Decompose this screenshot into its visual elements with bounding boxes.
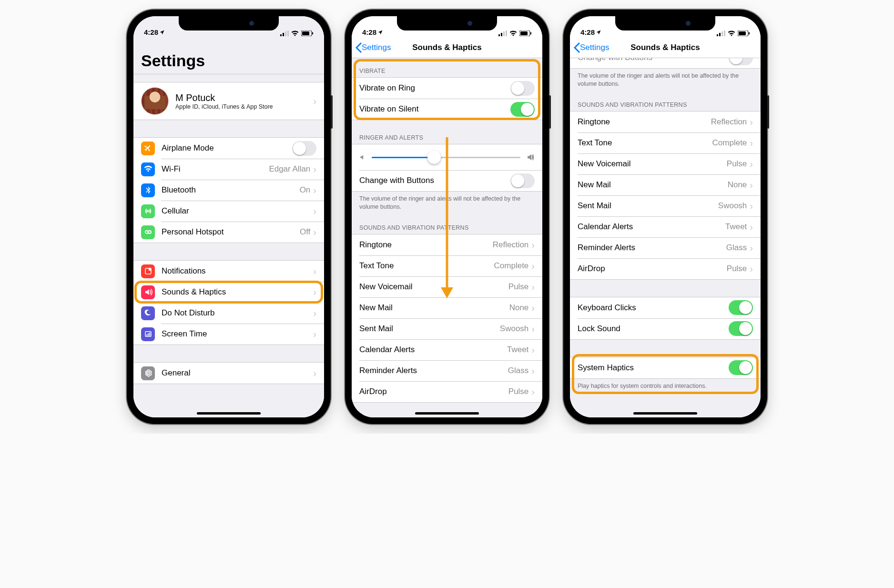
notch (179, 16, 279, 30)
toggle-system-haptics[interactable] (729, 360, 753, 375)
wifi-icon (291, 30, 299, 36)
screen-sounds-bottom: 4:28 Settings Sounds & Haptics Change wi… (570, 16, 761, 417)
chevron-right-icon: › (750, 201, 753, 211)
chevron-right-icon: › (750, 222, 753, 232)
hotspot-icon (141, 225, 155, 239)
row-label: Change with Buttons (578, 58, 729, 62)
row-label: New Mail (578, 180, 728, 190)
row-label: System Haptics (578, 363, 729, 373)
row-calendar-alerts[interactable]: Calendar AlertsTweet› (352, 339, 542, 360)
svg-rect-14 (148, 334, 149, 336)
row-label: Ringtone (359, 240, 493, 250)
row-new-voicemail[interactable]: New VoicemailPulse› (570, 153, 761, 174)
svg-rect-13 (146, 335, 147, 336)
row-detail: Glass (508, 366, 528, 375)
scroll-arrow (440, 137, 454, 299)
section-footer-haptics: Play haptics for system controls and int… (570, 379, 761, 394)
change-with-buttons-row-cut[interactable]: Change with Buttons (570, 58, 761, 68)
chevron-right-icon: › (313, 329, 316, 339)
location-arrow-icon (377, 30, 383, 35)
group-profile: M Potuck Apple ID, iCloud, iTunes & App … (133, 82, 324, 120)
status-time: 4:28 (362, 28, 376, 36)
row-notifications[interactable]: Notifications› (133, 261, 324, 282)
back-label: Settings (362, 43, 391, 52)
row-sounds-haptics[interactable]: Sounds & Haptics› (133, 282, 324, 303)
svg-rect-17 (498, 34, 500, 36)
toggle[interactable] (729, 321, 753, 336)
battery-icon (301, 30, 314, 36)
row-calendar-alerts[interactable]: Calendar AlertsTweet› (570, 216, 761, 237)
row-text-tone[interactable]: Text ToneComplete› (570, 132, 761, 153)
row-label: Ringtone (578, 117, 711, 127)
row-detail: Complete (712, 138, 747, 148)
toggle[interactable] (292, 141, 316, 156)
section-header-vibrate: VIBRATE (352, 58, 542, 77)
row-wi-fi[interactable]: Wi-FiEdgar Allan› (133, 159, 324, 180)
home-indicator[interactable] (633, 412, 697, 415)
svg-rect-28 (724, 30, 725, 36)
svg-rect-26 (719, 33, 721, 36)
row-detail: None (728, 180, 747, 190)
row-personal-hotspot[interactable]: Personal HotspotOff› (133, 222, 324, 243)
back-button[interactable]: Settings (356, 42, 391, 53)
toggle-change-with-buttons[interactable] (729, 58, 753, 65)
row-lock-sound[interactable]: Lock Sound (570, 318, 761, 339)
screen-settings-root: 4:28 Settings M Potuck Apple ID, iCl (133, 16, 324, 417)
row-new-mail[interactable]: New MailNone› (352, 297, 542, 318)
row-new-mail[interactable]: New MailNone› (570, 174, 761, 195)
row-ringtone[interactable]: RingtoneReflection› (570, 112, 761, 132)
row-airdrop[interactable]: AirDropPulse› (570, 258, 761, 279)
back-button[interactable]: Settings (574, 42, 609, 53)
row-label: Cellular (162, 206, 313, 216)
phone-frame-1: 4:28 Settings M Potuck Apple ID, iCl (127, 10, 331, 424)
row-sent-mail[interactable]: Sent MailSwoosh› (570, 195, 761, 216)
row-label: AirDrop (578, 264, 727, 274)
row-label: Sent Mail (359, 324, 500, 334)
airplane-icon (141, 142, 155, 155)
section-header-patterns: SOUNDS AND VIBRATION PATTERNS (570, 92, 761, 111)
toggle-change-with-buttons[interactable] (510, 173, 535, 188)
row-label: Wi-Fi (162, 164, 269, 174)
chevron-right-icon: › (313, 185, 316, 195)
home-indicator[interactable] (197, 412, 261, 415)
row-label: Vibrate on Silent (359, 104, 510, 114)
row-cellular[interactable]: Cellular› (133, 201, 324, 222)
svg-rect-31 (749, 32, 750, 35)
row-reminder-alerts[interactable]: Reminder AlertsGlass› (570, 237, 761, 258)
row-vibrate-on-silent[interactable]: Vibrate on Silent (352, 99, 542, 120)
row-bluetooth[interactable]: BluetoothOn› (133, 180, 324, 201)
phone-frame-2: 4:28 Settings Sounds & Haptics VIBRATE V… (345, 10, 549, 424)
system-haptics-row[interactable]: System Haptics (570, 357, 761, 378)
home-indicator[interactable] (415, 412, 479, 415)
row-detail: Tweet (507, 345, 528, 355)
row-vibrate-on-ring[interactable]: Vibrate on Ring (352, 78, 542, 99)
row-airdrop[interactable]: AirDropPulse› (352, 381, 542, 402)
row-detail: Edgar Allan (269, 164, 310, 174)
row-label: Vibrate on Ring (359, 83, 510, 93)
chevron-right-icon: › (313, 206, 316, 216)
row-airplane-mode[interactable]: Airplane Mode (133, 138, 324, 159)
row-screen-time[interactable]: Screen Time› (133, 324, 324, 345)
row-do-not-disturb[interactable]: Do Not Disturb› (133, 303, 324, 324)
avatar (141, 87, 169, 115)
row-sent-mail[interactable]: Sent MailSwoosh› (352, 318, 542, 339)
profile-subtitle: Apple ID, iCloud, iTunes & App Store (175, 103, 313, 110)
svg-point-7 (147, 211, 148, 212)
toggle[interactable] (510, 81, 535, 96)
row-keyboard-clicks[interactable]: Keyboard Clicks (570, 297, 761, 318)
toggle[interactable] (729, 300, 753, 315)
row-label: Personal Hotspot (162, 227, 300, 237)
chevron-right-icon: › (750, 180, 753, 190)
chevron-right-icon: › (531, 345, 535, 355)
toggle[interactable] (510, 102, 535, 117)
chevron-right-icon: › (313, 266, 316, 276)
wifi-icon (728, 30, 735, 36)
row-detail: Pulse (508, 282, 529, 292)
row-label: Screen Time (162, 329, 313, 339)
row-reminder-alerts[interactable]: Reminder AlertsGlass› (352, 360, 542, 381)
svg-rect-23 (530, 32, 531, 35)
svg-rect-18 (501, 33, 502, 36)
profile-row[interactable]: M Potuck Apple ID, iCloud, iTunes & App … (133, 82, 324, 120)
sounds-icon (141, 285, 155, 299)
row-general[interactable]: General› (133, 363, 324, 384)
